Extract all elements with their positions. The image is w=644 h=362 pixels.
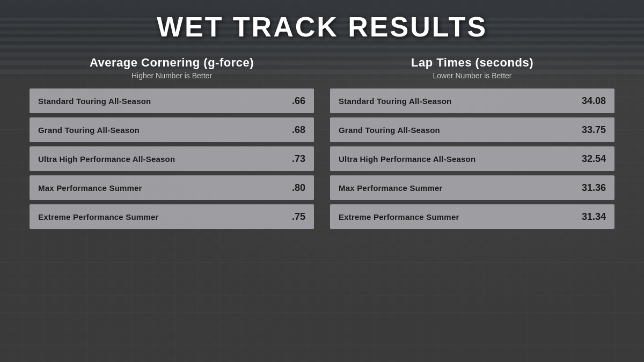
laptimes-rows: Standard Touring All-Season 34.08 Grand …: [330, 88, 614, 229]
table-row: Ultra High Performance All-Season .73: [30, 146, 314, 171]
row-value: 31.34: [582, 211, 606, 223]
row-value: .80: [292, 182, 305, 194]
table-row: Standard Touring All-Season 34.08: [330, 88, 614, 113]
row-label: Ultra High Performance All-Season: [38, 154, 175, 164]
main-content: WET TRACK RESULTS Average Cornering (g-f…: [0, 0, 644, 362]
cornering-column: Average Cornering (g-force) Higher Numbe…: [30, 56, 314, 229]
page-title: WET TRACK RESULTS: [157, 11, 487, 43]
table-row: Extreme Performance Summer 31.34: [330, 204, 614, 229]
row-label: Max Performance Summer: [339, 183, 443, 193]
row-value: 33.75: [582, 124, 606, 136]
table-row: Grand Touring All-Season 33.75: [330, 117, 614, 142]
laptimes-title: Lap Times (seconds): [330, 56, 614, 70]
row-value: 32.54: [582, 153, 606, 165]
table-row: Ultra High Performance All-Season 32.54: [330, 146, 614, 171]
row-label: Standard Touring All-Season: [38, 97, 151, 106]
row-value: 31.36: [582, 182, 606, 194]
data-columns: Average Cornering (g-force) Higher Numbe…: [21, 56, 623, 229]
row-value: .68: [292, 124, 305, 136]
row-label: Extreme Performance Summer: [38, 212, 158, 221]
cornering-rows: Standard Touring All-Season .66 Grand To…: [30, 88, 314, 229]
table-row: Standard Touring All-Season .66: [30, 88, 314, 113]
row-value: .66: [292, 95, 305, 107]
table-row: Extreme Performance Summer .75: [30, 204, 314, 229]
row-label: Ultra High Performance All-Season: [339, 154, 475, 164]
row-value: 34.08: [582, 95, 606, 107]
row-label: Max Performance Summer: [38, 183, 142, 193]
cornering-subtitle: Higher Number is Better: [30, 71, 314, 80]
row-label: Standard Touring All-Season: [339, 97, 451, 106]
row-value: .73: [292, 153, 305, 165]
table-row: Max Performance Summer .80: [30, 175, 314, 200]
cornering-title: Average Cornering (g-force): [30, 56, 314, 70]
table-row: Max Performance Summer 31.36: [330, 175, 614, 200]
laptimes-column: Lap Times (seconds) Lower Number is Bett…: [330, 56, 614, 229]
table-row: Grand Touring All-Season .68: [30, 117, 314, 142]
row-label: Grand Touring All-Season: [339, 125, 440, 135]
row-label: Grand Touring All-Season: [38, 125, 140, 135]
laptimes-subtitle: Lower Number is Better: [330, 71, 614, 80]
row-value: .75: [292, 211, 305, 223]
laptimes-header: Lap Times (seconds) Lower Number is Bett…: [330, 56, 614, 80]
cornering-header: Average Cornering (g-force) Higher Numbe…: [30, 56, 314, 80]
row-label: Extreme Performance Summer: [339, 212, 459, 221]
